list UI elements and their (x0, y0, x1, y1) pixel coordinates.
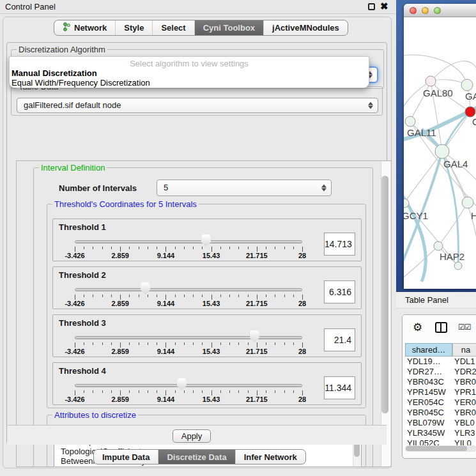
algorithm-option-manual[interactable]: Manual Discretization (12, 68, 97, 78)
table-cell: YDR27… (405, 367, 452, 377)
close-icon[interactable]: ✖ (380, 1, 388, 12)
settings-scroll-pane: Interval Definition Number of Intervals … (16, 160, 392, 467)
network-node-h[interactable] (462, 197, 473, 208)
network-edge[interactable] (438, 203, 468, 246)
tick-label: 21.715 (246, 395, 268, 403)
network-node-label: H (471, 210, 476, 221)
network-node[interactable] (454, 262, 462, 270)
tick-label: 21.715 (246, 300, 268, 307)
table-row[interactable]: YDR27…YDR2 (405, 367, 476, 377)
threshold-value-input[interactable]: 14.713 (324, 233, 355, 256)
algorithm-dropdown-popup: Select algorithm to view settings Manual… (9, 56, 369, 88)
table-cell: YLR3 (452, 428, 476, 438)
interval-group-title: Interval Definition (39, 163, 107, 173)
tick-label: 21.715 (246, 348, 268, 355)
network-node-gal4[interactable] (435, 144, 449, 158)
combo-stepper-icon (367, 102, 373, 110)
panel-title: Control Panel (5, 2, 56, 12)
number-of-intervals-combobox[interactable]: 5 (157, 180, 332, 196)
checkboxes-icon[interactable]: ☑☑ (458, 323, 471, 332)
tab-select[interactable]: Select (153, 20, 194, 35)
slider-handle[interactable] (250, 330, 259, 342)
algorithm-option-equal-width[interactable]: Equal Width/Frequency Discretization (12, 78, 150, 88)
horizontal-scrollbar[interactable] (405, 445, 476, 452)
table-row[interactable]: YDL19…YDL1 (405, 357, 476, 367)
table-row[interactable]: YPR145WYPR1 (405, 387, 476, 397)
slider-handle[interactable] (141, 282, 150, 295)
network-edge[interactable] (431, 61, 476, 81)
slider-handle[interactable] (201, 234, 211, 247)
network-edge[interactable] (404, 246, 438, 279)
apply-bar: Apply (7, 425, 387, 445)
tab-label: Cyni Toolbox (203, 23, 255, 33)
table-data-combobox[interactable]: galFiltered.sif default node (17, 98, 378, 113)
network-canvas[interactable]: GAL80GACGAL11GAL4GCY1HHAP2 (404, 17, 476, 282)
table-row[interactable]: YBL079WYBL0 (405, 418, 476, 428)
tab-jactivemnodules[interactable]: jActiveMNodules (264, 20, 348, 35)
table-row[interactable]: YLR345WYLR3 (405, 428, 476, 438)
tick-label: 28 (298, 395, 306, 403)
vertical-scrollbar[interactable] (381, 162, 390, 467)
tab-style[interactable]: Style (116, 20, 153, 35)
slider-track[interactable] (75, 288, 302, 291)
slider-handle[interactable] (177, 378, 187, 390)
network-window[interactable]: GAL80GACGAL11GAL4GCY1HHAP2 (404, 4, 476, 289)
number-of-intervals-value: 5 (164, 183, 168, 192)
network-node-label: GCY1 (404, 210, 428, 221)
algorithm-placeholder: Select algorithm to view settings (10, 59, 369, 68)
table-row[interactable]: YBR043CYBR0 (405, 377, 476, 387)
gear-icon[interactable]: ⚙ (413, 321, 422, 334)
tab-label: Infer Network (244, 452, 297, 462)
tick-label: 9.144 (157, 252, 175, 259)
control-panel: Control Panel ✖ NetworkStyleSelectCyni T… (0, 0, 396, 476)
table-cell: YBL079W (405, 418, 452, 428)
column-header[interactable]: shared… (405, 343, 452, 357)
table-panel-title: Table Panel (405, 295, 449, 305)
vertical-scrollbar-thumb[interactable] (381, 176, 388, 413)
tab-cyni-toolbox[interactable]: Cyni Toolbox (195, 20, 264, 35)
mac-minimize-icon[interactable] (422, 7, 429, 14)
float-window-icon[interactable] (368, 3, 375, 10)
network-node-label: C (472, 116, 476, 127)
network-node-gal80[interactable] (426, 76, 436, 86)
threshold-label: Threshold 2 (59, 270, 106, 280)
tab-impute-data[interactable]: Impute Data (94, 450, 158, 464)
horizontal-scrollbar-thumb[interactable] (406, 446, 467, 451)
apply-button[interactable]: Apply (173, 429, 211, 443)
network-node-gal11[interactable] (405, 116, 415, 127)
tick-label: 2.859 (111, 395, 129, 403)
tick-label: -3.426 (65, 252, 84, 259)
tab-discretize-data[interactable]: Discretize Data (158, 450, 235, 464)
threshold-value-input[interactable]: 11.344 (324, 376, 355, 399)
threshold-label: Threshold 4 (59, 366, 106, 376)
table-row[interactable]: YER054CYER0 (405, 397, 476, 408)
network-icon (63, 22, 71, 33)
tick-label: 2.859 (111, 348, 129, 355)
tab-network[interactable]: Network (54, 20, 116, 35)
column-header[interactable]: na (452, 343, 476, 357)
tab-label: Network (74, 23, 107, 33)
tab-label: Select (161, 23, 185, 33)
network-node-c[interactable] (465, 107, 475, 117)
tick-label: 9.144 (157, 300, 175, 307)
slider-track[interactable] (75, 336, 302, 339)
slider-track[interactable] (75, 240, 302, 243)
tab-infer-network[interactable]: Infer Network (236, 450, 305, 464)
mac-close-icon[interactable] (410, 7, 417, 14)
mac-zoom-icon[interactable] (434, 7, 441, 14)
table-cell: YBR0 (452, 408, 476, 418)
table-row[interactable]: YBR045CYBR0 (405, 408, 476, 418)
split-columns-icon[interactable] (435, 322, 447, 333)
slider-tick-labels: -3.4262.8599.14415.4321.71528 (75, 395, 302, 403)
combo-stepper-icon (321, 184, 326, 192)
table-panel-region: ⚙ ☑☑ shared…na YDL19…YDL1YDR27…YDR2YBR04… (396, 309, 476, 476)
table-cell: YLR345W (405, 428, 452, 438)
network-node-ga[interactable] (461, 79, 473, 91)
slider-track[interactable] (75, 384, 302, 387)
tab-label: Style (124, 23, 144, 33)
tick-label: 2.859 (111, 300, 129, 307)
network-node-label: HAP2 (440, 251, 464, 262)
network-node-hap2[interactable] (434, 242, 443, 250)
threshold-value-input[interactable]: 21.4 (324, 328, 355, 351)
threshold-value-input[interactable]: 6.316 (324, 280, 355, 303)
